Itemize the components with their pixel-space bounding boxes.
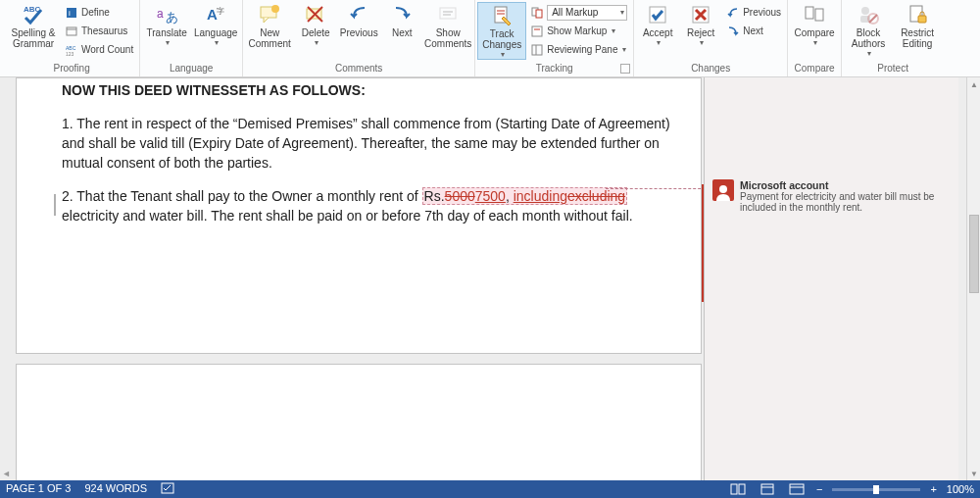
accept-button[interactable]: Accept ▾ <box>636 2 679 47</box>
next-comment-button[interactable]: Next <box>380 2 423 38</box>
tracked-change-region[interactable]: Rs.50007500, includingexcluding <box>422 187 628 205</box>
svg-text:あ: あ <box>166 10 177 25</box>
svg-point-40 <box>719 185 727 193</box>
reviewing-pane-label: Reviewing Pane <box>547 44 617 55</box>
svg-line-37 <box>869 15 877 23</box>
proofing-status-icon[interactable] <box>161 482 174 496</box>
show-markup-button[interactable]: Show Markup ▾ <box>528 23 629 39</box>
chevron-down-icon: ▾ <box>166 38 170 47</box>
heading-text: NOW THIS DEED WITNESSETH AS FOLLOWS: <box>62 80 681 100</box>
group-proofing: ABC Spelling & Grammar i Define Thesauru… <box>4 0 140 76</box>
para2-pre: 2. That the Tenant shall pay to the Owne… <box>62 188 422 204</box>
chevron-down-icon: ▾ <box>657 38 661 47</box>
zoom-slider-thumb[interactable] <box>873 485 879 494</box>
track-changes-button[interactable]: Track Changes ▾ <box>477 2 526 60</box>
markup-pane: Microsoft account Payment for electricit… <box>704 77 958 480</box>
scroll-up-icon[interactable]: ▲ <box>967 77 980 91</box>
next-change-button[interactable]: Next <box>724 23 783 39</box>
page-1[interactable]: NOW THIS DEED WITNESSETH AS FOLLOWS: 1. … <box>16 77 702 354</box>
previous-comment-label: Previous <box>340 27 378 38</box>
dialog-launcher-tracking[interactable] <box>620 64 630 74</box>
chevron-down-icon: ▾ <box>612 26 615 35</box>
page-2[interactable]: 2. That the Tenant shall pay to the Owne… <box>16 364 702 480</box>
print-layout-icon[interactable] <box>758 482 777 496</box>
vertical-scrollbar[interactable]: ▲ ▼ <box>966 77 980 480</box>
track-changes-icon <box>491 5 513 26</box>
group-label-protect: Protect <box>844 61 942 76</box>
group-label-proofing: Proofing <box>6 61 137 76</box>
svg-rect-16 <box>440 8 456 19</box>
word-count-button[interactable]: ABC123 Word Count <box>63 41 135 58</box>
zoom-out-button[interactable]: − <box>816 483 822 495</box>
word-count-indicator[interactable]: 924 WORDS <box>84 482 147 496</box>
chevron-down-icon: ▾ <box>700 38 704 47</box>
svg-rect-32 <box>806 7 813 19</box>
scroll-down-icon[interactable]: ▼ <box>967 467 980 480</box>
reject-button[interactable]: Reject ▾ <box>679 2 722 47</box>
zoom-level[interactable]: 100% <box>947 483 974 495</box>
zoom-slider[interactable] <box>832 488 920 491</box>
group-tracking: Track Changes ▾ All Markup ▾ Show Markup… <box>475 0 634 76</box>
chevron-down-icon: ▾ <box>813 38 817 47</box>
block-authors-label: Block Authors <box>852 27 885 49</box>
chevron-down-icon: ▾ <box>215 38 219 47</box>
reviewing-pane-button[interactable]: Reviewing Pane ▾ <box>528 41 629 58</box>
display-for-review-combo[interactable]: All Markup ▾ <box>528 4 629 21</box>
block-authors-button: Block Authors ▾ <box>844 2 893 58</box>
page-indicator[interactable]: PAGE 1 OF 3 <box>6 482 71 496</box>
define-button[interactable]: i Define <box>63 4 135 21</box>
previous-change-label: Previous <box>743 7 781 18</box>
group-label-comments: Comments <box>245 61 472 76</box>
next-comment-label: Next <box>392 27 413 38</box>
inserted-amount: 7500 <box>475 188 506 204</box>
para2-comma: , <box>506 188 514 204</box>
define-icon: i <box>65 6 78 20</box>
markup-icon <box>530 6 544 20</box>
next-change-label: Next <box>743 25 763 36</box>
chevron-down-icon: ▾ <box>315 38 318 47</box>
svg-rect-23 <box>536 10 542 18</box>
read-mode-icon[interactable] <box>728 482 748 496</box>
delete-comment-button[interactable]: Delete ▾ <box>294 2 337 47</box>
group-compare: Compare ▾ Compare <box>788 0 842 76</box>
comment-card[interactable]: Microsoft account Payment for electricit… <box>712 179 949 213</box>
group-comments: New Comment Delete ▾ Previous Next <box>243 0 475 76</box>
comment-connector-line <box>606 188 715 189</box>
restrict-editing-button[interactable]: Restrict Editing <box>893 2 942 49</box>
group-language: aあ Translate ▾ A字 Language ▾ Language <box>140 0 243 76</box>
compare-button[interactable]: Compare ▾ <box>790 2 839 47</box>
display-for-review-value: All Markup <box>552 7 598 18</box>
scrollbar-thumb[interactable] <box>969 215 979 293</box>
svg-text:i: i <box>69 9 71 18</box>
translate-icon: aあ <box>156 4 177 25</box>
language-button[interactable]: A字 Language ▾ <box>191 2 240 47</box>
previous-icon <box>726 6 740 20</box>
new-comment-label: New Comment <box>249 27 291 49</box>
zoom-in-button[interactable]: + <box>930 483 936 495</box>
svg-rect-26 <box>532 45 542 55</box>
word-count-icon: ABC123 <box>65 43 78 57</box>
delete-comment-icon <box>305 4 326 25</box>
deleted-amount: 5000 <box>445 188 475 204</box>
track-changes-label: Track Changes <box>482 28 521 50</box>
new-comment-button[interactable]: New Comment <box>245 2 294 49</box>
previous-change-button[interactable]: Previous <box>724 4 783 21</box>
thesaurus-icon <box>65 25 78 38</box>
restrict-editing-icon <box>906 4 928 25</box>
svg-rect-44 <box>761 484 773 494</box>
reject-label: Reject <box>687 27 714 38</box>
deleted-word: excluding <box>567 188 625 204</box>
web-layout-icon[interactable] <box>787 482 807 496</box>
avatar <box>712 179 734 201</box>
spelling-grammar-label: Spelling & Grammar <box>11 27 55 49</box>
previous-comment-button[interactable]: Previous <box>337 2 380 38</box>
spelling-grammar-button[interactable]: ABC Spelling & Grammar <box>6 2 61 49</box>
translate-button[interactable]: aあ Translate ▾ <box>142 2 191 47</box>
svg-text:123: 123 <box>66 51 74 56</box>
group-protect: Block Authors ▾ Restrict Editing Protect <box>842 0 944 76</box>
thesaurus-button[interactable]: Thesaurus <box>63 23 135 39</box>
show-comments-label: Show Comments <box>424 27 471 49</box>
show-markup-label: Show Markup <box>547 25 607 36</box>
hscroll-left-icon[interactable]: ◄ <box>2 469 11 478</box>
status-bar: PAGE 1 OF 3 924 WORDS − + 100% <box>0 480 980 498</box>
